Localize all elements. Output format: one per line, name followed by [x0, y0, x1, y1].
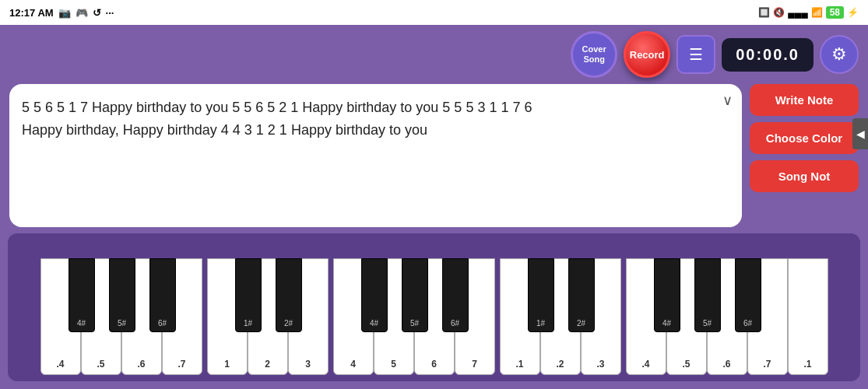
status-left: 12:17 AM 📷 🎮 ↺ ···: [9, 7, 114, 19]
octave-2: 4 5 6 7 4# 5# 6#: [333, 258, 495, 375]
side-arrow[interactable]: ◀: [852, 118, 868, 149]
black-key-h1s[interactable]: 1#: [528, 258, 554, 332]
timer-display: 00:00.0: [722, 38, 814, 72]
status-right: 🔲 🔇 ▄▄▄ 📶 58 ⚡: [758, 6, 859, 19]
black-key-l6s[interactable]: 6#: [149, 258, 176, 332]
signal-icon: ▄▄▄: [788, 7, 808, 18]
note-container: ∨ 5 5 6 5 1 7 Happy birthday to you 5 5 …: [9, 84, 742, 227]
time-display: 12:17 AM: [9, 7, 54, 19]
piano-section: .4 .5 .6 .7 4# 5# 6# 1 2 3 1# 2#: [0, 233, 868, 389]
black-key-l4s[interactable]: 4#: [69, 258, 95, 332]
black-key-4s[interactable]: 4#: [361, 258, 388, 332]
black-key-h6s[interactable]: 6#: [735, 258, 761, 332]
right-buttons: Write Note Choose Color Song Not: [750, 84, 859, 227]
octave-4: .4 .5 .6 .7 .1 4# 5# 6#: [626, 258, 828, 375]
piano-wrapper: .4 .5 .6 .7 4# 5# 6# 1 2 3 1# 2#: [8, 233, 860, 381]
black-key-l5s[interactable]: 5#: [109, 258, 135, 332]
black-key-h2s[interactable]: 2#: [568, 258, 595, 332]
sync-icon: ↺: [93, 7, 101, 19]
record-button[interactable]: Record: [624, 31, 670, 78]
octave-sub-1: .4 .5 .6 .7 4# 5# 6#: [40, 258, 202, 375]
content-row: ∨ 5 5 6 5 1 7 Happy birthday to you 5 5 …: [0, 84, 868, 233]
main-area: ◀ Cover Song Record ☰ 00:00.0 ⚙ ∨ 5 5 6 …: [0, 25, 868, 389]
black-key-h4s[interactable]: 4#: [654, 258, 680, 332]
notification-icon: 📷: [58, 7, 71, 19]
choose-color-button[interactable]: Choose Color: [750, 122, 859, 154]
headset-icon: 🎮: [76, 7, 88, 19]
wifi-icon: 📶: [811, 7, 823, 18]
black-key-5s[interactable]: 5#: [402, 258, 428, 332]
battery-icon: 58: [826, 6, 844, 19]
octave-3: .1 .2 .3 1# 2#: [500, 258, 621, 375]
nfc-icon: 🔲: [758, 7, 770, 18]
piano-keys: .4 .5 .6 .7 4# 5# 6# 1 2 3 1# 2#: [40, 243, 828, 375]
mute-icon: 🔇: [773, 7, 785, 18]
more-icon: ···: [106, 7, 114, 19]
settings-button[interactable]: ⚙: [820, 35, 859, 74]
write-note-button[interactable]: Write Note: [750, 84, 859, 116]
note-text: 5 5 6 5 1 7 Happy birthday to you 5 5 6 …: [22, 96, 729, 142]
toolbar: Cover Song Record ☰ 00:00.0 ⚙: [0, 25, 868, 84]
octave-1: 1 2 3 1# 2#: [207, 258, 329, 375]
song-not-button[interactable]: Song Not: [750, 160, 859, 192]
black-key-1s[interactable]: 1#: [235, 258, 262, 332]
cover-song-button[interactable]: Cover Song: [571, 31, 617, 78]
black-key-2s[interactable]: 2#: [276, 258, 302, 332]
dropdown-arrow[interactable]: ∨: [722, 92, 733, 109]
list-button[interactable]: ☰: [676, 35, 715, 74]
black-key-6s[interactable]: 6#: [442, 258, 469, 332]
white-key-h1b[interactable]: .1: [788, 258, 828, 375]
black-key-h5s[interactable]: 5#: [694, 258, 721, 332]
charging-icon: ⚡: [847, 7, 859, 18]
status-bar: 12:17 AM 📷 🎮 ↺ ··· 🔲 🔇 ▄▄▄ 📶 58 ⚡: [0, 0, 868, 25]
